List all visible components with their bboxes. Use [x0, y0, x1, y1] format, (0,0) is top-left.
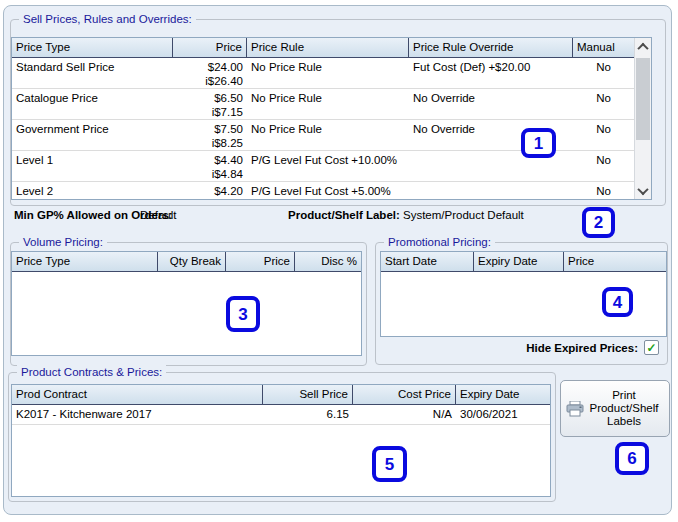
col-price-type[interactable]: Price Type	[12, 38, 173, 57]
volume-pricing-title: Volume Pricing:	[19, 235, 107, 250]
col-disc-pct[interactable]: Disc %	[295, 252, 361, 271]
annotation-4: 4	[602, 287, 633, 317]
cell-manual: No	[573, 120, 634, 150]
contracts-header: Prod Contract Sell Price Cost Price Expi…	[12, 385, 550, 405]
cell-manual: No	[573, 89, 634, 119]
promo-pricing-title: Promotional Pricing:	[384, 235, 495, 250]
shelf-label-value: System/Product Default	[403, 209, 524, 221]
cell-price-type: Level 1	[12, 151, 173, 181]
cell-price-type: Catalogue Price	[12, 89, 173, 119]
shelf-label-label: Product/Shelf Label:	[288, 209, 400, 221]
print-button-label: Print Product/Shelf Labels	[584, 389, 664, 428]
cell-prod-contract: K2017 - Kitchenware 2017	[12, 405, 263, 424]
col-contract-expiry[interactable]: Expiry Date	[456, 385, 550, 404]
col-expiry-date[interactable]: Expiry Date	[474, 252, 564, 271]
col-vol-price[interactable]: Price	[226, 252, 295, 271]
annotation-3: 3	[226, 296, 260, 332]
cell-sell-price: 6.15	[263, 405, 353, 424]
col-qty-break[interactable]: Qty Break	[158, 252, 226, 271]
cell-price-rule: P/G Level Fut Cost +5.00%	[247, 182, 409, 200]
contracts-table: Prod Contract Sell Price Cost Price Expi…	[11, 384, 551, 497]
sell-prices-header: Price Type Price Price Rule Price Rule O…	[12, 38, 634, 58]
contracts-body: K2017 - Kitchenware 20176.15N/A30/06/202…	[12, 405, 550, 425]
annotation-2: 2	[582, 207, 615, 238]
sell-prices-table: Price Type Price Price Rule Price Rule O…	[11, 37, 652, 200]
checkmark-icon: ✓	[646, 342, 656, 354]
chevron-down-icon	[637, 183, 648, 194]
col-price-rule-override[interactable]: Price Rule Override	[409, 38, 573, 57]
cell-manual: No	[573, 58, 634, 88]
col-vol-price-type[interactable]: Price Type	[12, 252, 158, 271]
chevron-up-icon	[637, 42, 648, 53]
sell-price-row[interactable]: Level 1$4.40i$4.84P/G Level Fut Cost +10…	[12, 151, 651, 182]
col-price-rule[interactable]: Price Rule	[247, 38, 409, 57]
cell-price-rule-override	[409, 182, 573, 200]
cell-price: $4.20	[173, 182, 247, 200]
annotation-1: 1	[521, 128, 556, 158]
cell-cost-price: N/A	[353, 405, 456, 424]
min-gp-value: Default	[140, 209, 176, 221]
cell-price: $24.00i$26.40	[173, 58, 247, 88]
col-start-date[interactable]: Start Date	[381, 252, 474, 271]
cell-price-type: Standard Sell Price	[12, 58, 173, 88]
hide-expired-checkbox[interactable]: ✓	[644, 340, 659, 355]
scroll-up-button[interactable]	[635, 38, 651, 55]
cell-price: $6.50i$7.15	[173, 89, 247, 119]
sell-prices-body: Standard Sell Price$24.00i$26.40No Price…	[12, 58, 651, 200]
col-sell-price[interactable]: Sell Price	[263, 385, 353, 404]
sell-prices-title: Sell Prices, Rules and Overrides:	[19, 12, 196, 27]
cell-manual: No	[573, 151, 634, 181]
cell-price-rule-override: Fut Cost (Def) +$20.00	[409, 58, 573, 88]
pricing-screen: Sell Prices, Rules and Overrides: Price …	[0, 0, 678, 522]
hide-expired-label: Hide Expired Prices:	[480, 342, 638, 354]
cell-price: $7.50i$8.25	[173, 120, 247, 150]
cell-price-rule-override: No Override	[409, 89, 573, 119]
sell-price-row[interactable]: Level 2$4.20P/G Level Fut Cost +5.00%No	[12, 182, 651, 200]
contract-row[interactable]: K2017 - Kitchenware 20176.15N/A30/06/202…	[12, 405, 550, 425]
printer-icon	[566, 401, 584, 417]
cell-price-rule: No Price Rule	[247, 58, 409, 88]
sell-price-row[interactable]: Standard Sell Price$24.00i$26.40No Price…	[12, 58, 651, 89]
col-price[interactable]: Price	[173, 38, 247, 57]
contracts-title: Product Contracts & Prices:	[17, 365, 166, 380]
col-cost-price[interactable]: Cost Price	[353, 385, 456, 404]
annotation-5: 5	[372, 446, 407, 482]
scroll-down-button[interactable]	[635, 182, 651, 199]
volume-pricing-table: Price Type Qty Break Price Disc %	[11, 251, 362, 356]
scrollbar[interactable]	[634, 38, 651, 199]
col-prod-contract[interactable]: Prod Contract	[12, 385, 263, 404]
scrollbar-thumb[interactable]	[636, 58, 650, 140]
print-labels-button[interactable]: Print Product/Shelf Labels	[560, 380, 670, 437]
sell-price-row[interactable]: Catalogue Price$6.50i$7.15No Price RuleN…	[12, 89, 651, 120]
cell-price-rule: P/G Level Fut Cost +10.00%	[247, 151, 409, 181]
annotation-6: 6	[615, 442, 649, 475]
cell-price-type: Level 2	[12, 182, 173, 200]
col-manual[interactable]: Manual	[573, 38, 634, 57]
cell-manual: No	[573, 182, 634, 200]
cell-price-rule: No Price Rule	[247, 120, 409, 150]
promo-pricing-header: Start Date Expiry Date Price	[381, 252, 666, 272]
cell-contract-expiry: 30/06/2021	[456, 405, 550, 424]
col-promo-price[interactable]: Price	[564, 252, 666, 271]
cell-price-type: Government Price	[12, 120, 173, 150]
volume-pricing-header: Price Type Qty Break Price Disc %	[12, 252, 361, 272]
cell-price-rule: No Price Rule	[247, 89, 409, 119]
cell-price: $4.40i$4.84	[173, 151, 247, 181]
